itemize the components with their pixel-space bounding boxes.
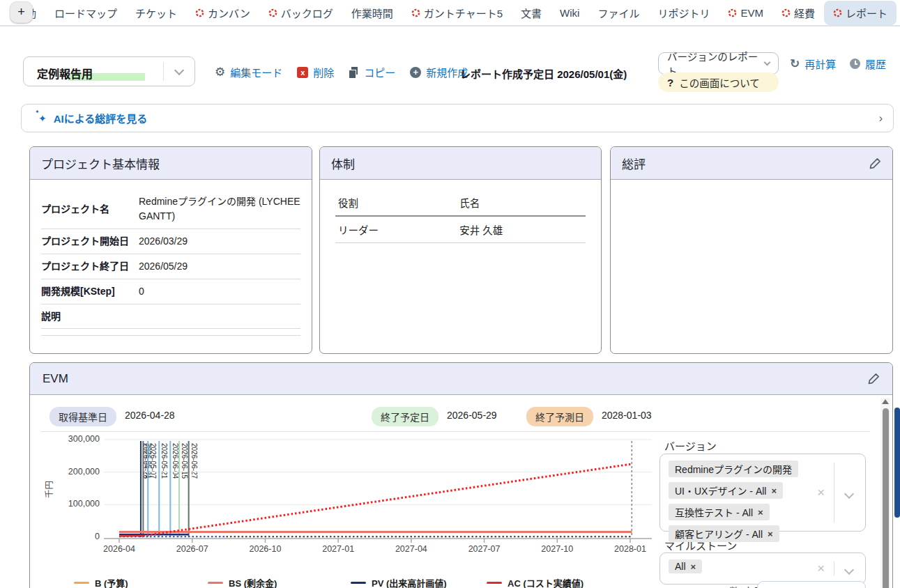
nav-tab-レポート[interactable]: レポート [824,1,897,25]
team-panel: 体制 役割氏名 リーダー安井 久雄 [319,146,602,354]
nav-tab-ガントチャート5[interactable]: ガントチャート5 [402,1,512,25]
top-navigation: + 動ロードマップチケットカンバンバックログ作業時間ガントチャート5文書Wiki… [0,0,900,26]
ai-summary-bar[interactable]: ✦ AIによる総評を見る › [21,104,894,132]
nav-tab-設[interactable]: 設 [897,1,900,25]
info-label: プロジェクト終了日 [41,259,139,273]
team-table-wrap: 役割氏名 リーダー安井 久雄 [320,180,601,254]
team-cell: 安井 久雄 [457,216,586,243]
nav-tab-カンバン[interactable]: カンバン [186,1,259,25]
lychee-refresh-icon [411,8,420,17]
nav-tab-リポジトリ[interactable]: リポジトリ [648,1,719,25]
clock-icon [850,59,860,69]
nav-tab-label: レポート [846,6,887,20]
chevron-down-icon[interactable] [174,65,184,75]
recalculate-label: 再計算 [804,56,836,71]
evm-chart [30,363,893,588]
project-info-rows: プロジェクト名Redmineプラグインの開発 (LYCHEE GANTT)プロジ… [30,180,312,336]
project-info-header: プロジェクト基本情報 [30,147,312,180]
report-name: 定例報告用 [37,65,93,82]
refresh-icon: ↻ [790,58,800,70]
info-row: プロジェクト終了日2026/05/29 [41,254,300,279]
nav-tab-Wiki[interactable]: Wiki [551,2,588,24]
team-cell: リーダー [335,216,457,243]
nav-tab-作業時間[interactable]: 作業時間 [342,1,402,25]
lychee-refresh-icon [268,8,277,17]
info-row: プロジェクト開始日2026/03/29 [41,229,300,254]
scrollbar-thumb[interactable] [883,408,889,588]
edit-mode-label: 編集モード [230,65,282,79]
overall-review-header: 総評 [611,147,892,180]
lychee-refresh-icon [833,8,842,17]
plus-circle-icon: + [410,67,421,78]
about-label: この画面について [679,75,760,90]
sparkle-icon: ✦ [38,113,47,124]
overall-review-title: 総評 [622,155,646,172]
history-label: 履歴 [865,56,886,71]
evm-panel: EVM 取得基準日2026-04-28終了予定日2026-05-29終了予測日2… [29,362,893,588]
nav-tab-ロードマップ[interactable]: ロードマップ [45,1,126,25]
edit-pencil-icon[interactable] [869,157,881,169]
page-scrollbar-thumb[interactable] [894,408,900,518]
evm-scrollbar[interactable] [880,398,890,588]
nav-tab-label: Wiki [560,7,579,19]
delete-label: 削除 [313,65,334,79]
delete-button[interactable]: x 削除 [297,65,334,79]
lychee-refresh-icon [728,8,737,17]
report-planned-date: レポート作成予定日 2026/05/01(金) [460,66,627,81]
nav-tab-経費[interactable]: 経費 [772,1,824,25]
report-selector[interactable]: 定例報告用 [23,56,195,86]
team-header: 体制 [320,147,601,180]
version-report-select[interactable]: バージョンのレポート [658,52,779,75]
edit-pencil-icon[interactable] [868,373,880,385]
nav-tab-label: リポジトリ [657,6,710,20]
info-row-empty [41,329,300,336]
team-col-header: 役割 [335,191,457,216]
nav-tab-label: カンバン [208,6,250,20]
info-value: Redmineプラグインの開発 (LYCHEE GANTT) [139,194,300,224]
table-row: リーダー安井 久雄 [335,216,586,243]
evm-header: EVM [30,363,892,395]
team-table: 役割氏名 リーダー安井 久雄 [335,191,586,243]
copy-icon [349,67,359,78]
nav-tab-文書[interactable]: 文書 [512,1,551,25]
about-screen-button[interactable]: ? この画面について [658,72,779,92]
info-row: プロジェクト名Redmineプラグインの開発 (LYCHEE GANTT) [41,189,300,229]
report-toolbar: ⚙ 編集モード x 削除 コピー + 新規作成 [215,65,468,79]
project-info-panel: プロジェクト基本情報 プロジェクト名Redmineプラグインの開発 (LYCHE… [29,146,312,354]
nav-tab-label: EVM [740,7,763,19]
lychee-refresh-icon [195,8,204,17]
series-AC (コスト実績値) [119,536,143,536]
divider [163,62,164,81]
ai-summary-label: AIによる総評を見る [54,111,148,125]
evm-title: EVM [43,372,68,386]
info-row: 説明 [41,304,300,329]
nav-tab-チケット[interactable]: チケット [126,1,186,25]
series-AC予測 [143,464,632,536]
nav-tabs: 動ロードマップチケットカンバンバックログ作業時間ガントチャート5文書Wikiファ… [0,0,900,25]
nav-tab-label: チケット [135,6,177,20]
question-icon: ? [667,77,673,88]
nav-tab-label: バックログ [281,6,333,20]
nav-tab-EVM[interactable]: EVM [719,2,772,24]
nav-tab-label: ガントチャート5 [424,6,503,20]
gear-icon: ⚙ [215,66,225,78]
info-label: 説明 [41,309,139,323]
create-button[interactable]: + 新規作成 [410,65,468,79]
recalculate-button[interactable]: ↻ 再計算 [790,56,836,71]
info-label: プロジェクト名 [41,202,139,216]
nav-tab-label: 経費 [794,6,815,20]
nav-tab-ファイル[interactable]: ファイル [588,1,648,25]
nav-tab-バックログ[interactable]: バックログ [259,1,342,25]
team-title: 体制 [331,155,355,172]
info-value: 2026/03/29 [139,234,188,249]
info-row: 開発規模[KStep]0 [41,279,300,304]
lychee-refresh-icon [781,8,791,17]
copy-button[interactable]: コピー [349,65,395,79]
info-label: プロジェクト開始日 [41,234,139,248]
scroll-up-arrow-icon[interactable] [882,399,889,404]
history-button[interactable]: 履歴 [850,56,886,71]
add-tab-button[interactable]: + [10,1,33,23]
chevron-right-icon: › [879,112,883,125]
edit-mode-button[interactable]: ⚙ 編集モード [215,65,282,79]
nav-tab-label: ロードマップ [54,6,117,20]
